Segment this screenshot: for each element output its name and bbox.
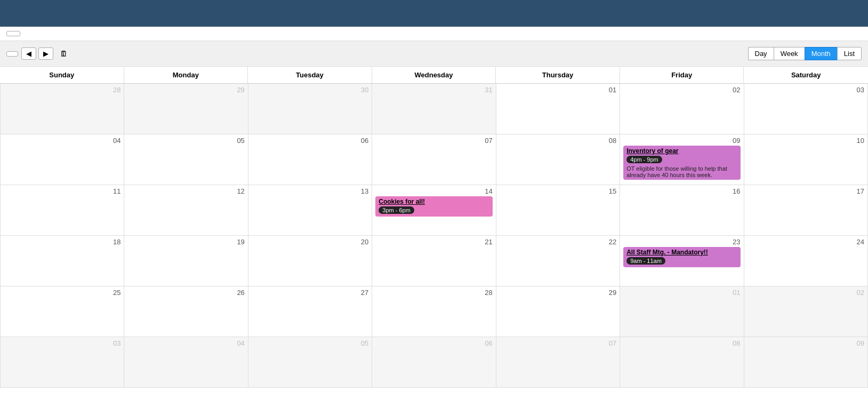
day-number: 24 [748,238,864,246]
cal-cell[interactable]: 17 [744,185,868,236]
cal-cell[interactable]: 29 [124,84,248,134]
day-number: 16 [623,187,740,195]
day-number: 26 [127,289,244,297]
cal-cell[interactable]: 26 [124,286,248,337]
cal-cell[interactable]: 28 [372,286,496,337]
cal-cell[interactable]: 01 [496,84,620,134]
cal-cell[interactable]: 09Inventory of gear4pm - 9pmOT eligible … [620,134,744,185]
prev-button[interactable]: ◀ [21,47,36,60]
day-number: 12 [127,187,244,195]
cal-cell[interactable]: 20 [248,236,372,286]
calendar-grid: 28293031010203040506070809Inventory of g… [0,84,868,388]
cal-cell[interactable]: 24 [744,236,868,286]
day-number: 02 [748,289,864,297]
day-number: 06 [375,339,492,347]
cal-cell[interactable]: 14Cookies for all!3pm - 6pm [372,185,496,236]
day-header-saturday: Saturday [744,67,868,83]
cal-cell[interactable]: 15 [496,185,620,236]
day-number: 18 [4,238,120,246]
cal-cell[interactable]: 28 [1,84,124,134]
day-number: 05 [127,137,244,145]
view-buttons: Day Week Month List [748,47,862,60]
calendar-container: SundayMondayTuesdayWednesdayThursdayFrid… [0,67,868,388]
cal-cell[interactable]: 08 [496,134,620,185]
cal-cell[interactable]: 22 [496,236,620,286]
cal-cell[interactable]: 04 [124,337,248,388]
cal-cell[interactable]: 16 [620,185,744,236]
day-number: 06 [252,137,368,145]
event-title: All Staff Mtg. - Mandatory!! [626,249,737,256]
cal-cell[interactable]: 13 [248,185,372,236]
day-number: 14 [375,187,492,195]
cal-cell[interactable]: 01 [620,286,744,337]
day-number: 07 [500,339,616,347]
cal-cell[interactable]: 05 [248,337,372,388]
next-button[interactable]: ▶ [38,47,53,60]
day-view-button[interactable]: Day [748,47,774,60]
event-desc: OT eligible for those willing to help th… [626,165,737,178]
cal-cell[interactable]: 10 [744,134,868,185]
day-header-tuesday: Tuesday [248,67,372,83]
day-number: 10 [748,137,864,145]
day-number: 04 [4,137,120,145]
today-button[interactable] [6,51,18,57]
cal-cell[interactable]: 31 [372,84,496,134]
day-number: 01 [500,86,616,94]
cal-cell[interactable]: 05 [124,134,248,185]
day-number: 23 [623,238,740,246]
cal-cell[interactable]: 09 [744,337,868,388]
cal-cell[interactable]: 30 [248,84,372,134]
event-title: Cookies for all! [379,198,489,205]
day-number: 03 [748,86,864,94]
cal-cell[interactable]: 27 [248,286,372,337]
cal-cell[interactable]: 18 [1,236,124,286]
cal-cell[interactable]: 11 [1,185,124,236]
day-number: 08 [623,339,740,347]
day-number: 08 [500,137,616,145]
event-block-cookies[interactable]: Cookies for all!3pm - 6pm [375,196,492,217]
cal-cell[interactable]: 02 [744,286,868,337]
day-number: 22 [500,238,616,246]
day-number: 30 [252,86,368,94]
day-number: 01 [623,289,740,297]
add-button[interactable] [6,31,20,36]
cal-cell[interactable]: 03 [744,84,868,134]
event-time: 3pm - 6pm [379,206,414,214]
cal-cell[interactable]: 07 [496,337,620,388]
cal-cell[interactable]: 21 [372,236,496,286]
day-number: 05 [252,339,368,347]
day-number: 29 [500,289,616,297]
day-number: 09 [623,137,740,145]
cal-cell[interactable]: 23All Staff Mtg. - Mandatory!!9am - 11am [620,236,744,286]
week-view-button[interactable]: Week [774,47,805,60]
cal-cell[interactable]: 19 [124,236,248,286]
day-number: 11 [4,187,120,195]
nav-bar: ◀ ▶ 🗓 Day Week Month List [0,41,868,67]
day-header-wednesday: Wednesday [372,67,496,83]
cal-cell[interactable]: 08 [620,337,744,388]
month-view-button[interactable]: Month [805,47,837,60]
cal-cell[interactable]: 25 [1,286,124,337]
day-number: 21 [375,238,492,246]
day-number: 13 [252,187,368,195]
cal-cell[interactable]: 06 [372,337,496,388]
current-month-title: 🗓 [60,50,70,58]
cal-cell[interactable]: 04 [1,134,124,185]
toolbar [0,27,868,41]
event-time: 4pm - 9pm [626,156,662,163]
event-block-inventory[interactable]: Inventory of gear4pm - 9pmOT eligible fo… [623,146,740,180]
cal-cell[interactable]: 02 [620,84,744,134]
day-number: 09 [748,339,864,347]
day-number: 19 [127,238,244,246]
day-header-thursday: Thursday [496,67,620,83]
cal-cell[interactable]: 12 [124,185,248,236]
cal-cell[interactable]: 29 [496,286,620,337]
day-headers: SundayMondayTuesdayWednesdayThursdayFrid… [0,67,868,84]
cal-cell[interactable]: 03 [1,337,124,388]
day-number: 28 [4,86,120,94]
day-header-sunday: Sunday [0,67,124,83]
event-block-allstaff[interactable]: All Staff Mtg. - Mandatory!!9am - 11am [623,247,740,267]
cal-cell[interactable]: 06 [248,134,372,185]
cal-cell[interactable]: 07 [372,134,496,185]
day-number: 17 [748,187,864,195]
